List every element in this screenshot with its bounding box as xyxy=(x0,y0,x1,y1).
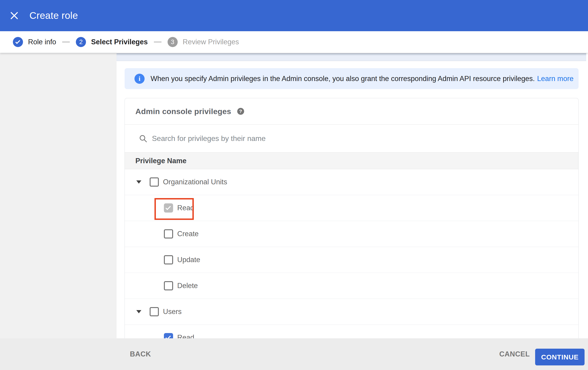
create-role-dialog: Create role Role info 2 Select Privilege… xyxy=(0,0,588,370)
privilege-label: Users xyxy=(163,308,182,316)
checkbox-read-checked[interactable] xyxy=(164,203,173,212)
step-role-info[interactable]: Role info xyxy=(13,37,56,47)
back-button[interactable]: BACK xyxy=(130,338,151,370)
table-row: Update xyxy=(125,247,578,273)
table-row: Read xyxy=(125,325,578,338)
checkbox-create[interactable] xyxy=(164,229,173,239)
privilege-label: Read xyxy=(177,204,194,212)
checkbox-update[interactable] xyxy=(164,255,173,264)
search-input[interactable] xyxy=(152,134,497,143)
privilege-label: Read xyxy=(177,333,194,338)
dialog-title: Create role xyxy=(29,10,78,21)
privilege-label: Update xyxy=(177,256,200,264)
card-title: Admin console privileges xyxy=(135,107,231,116)
close-icon xyxy=(10,11,19,20)
cancel-button[interactable]: CANCEL xyxy=(499,338,530,370)
scrolled-content-strip xyxy=(116,53,586,61)
checkbox-users[interactable] xyxy=(150,307,159,316)
admin-console-privileges-card: Admin console privileges ? Privilege Nam… xyxy=(125,98,578,338)
left-panel xyxy=(0,53,116,338)
help-icon[interactable]: ? xyxy=(237,108,244,115)
step-number-circle: 2 xyxy=(76,37,86,47)
step-label: Role info xyxy=(28,38,56,46)
info-icon: i xyxy=(135,74,145,84)
collapse-arrow-icon[interactable] xyxy=(136,310,141,313)
step-complete-circle xyxy=(13,37,23,47)
step-divider xyxy=(62,41,70,42)
step-divider xyxy=(154,41,162,42)
collapse-arrow-icon[interactable] xyxy=(136,180,141,184)
checkbox-delete[interactable] xyxy=(164,281,173,290)
search-icon xyxy=(139,134,148,143)
table-row: Read xyxy=(125,195,578,221)
step-review-privileges[interactable]: 3 Review Privileges xyxy=(168,37,239,47)
info-banner: i When you specify Admin privileges in t… xyxy=(125,68,578,89)
check-icon xyxy=(15,39,20,44)
checkbox-users-read-checked[interactable] xyxy=(164,333,173,338)
info-banner-text: When you specify Admin privileges in the… xyxy=(151,75,535,83)
step-label: Select Privileges xyxy=(91,38,147,46)
privilege-search-row xyxy=(125,125,578,153)
checkbox-organizational-units[interactable] xyxy=(150,177,159,187)
table-row: Organizational Units xyxy=(125,169,578,195)
check-icon xyxy=(166,205,171,210)
privilege-label: Create xyxy=(177,230,199,238)
column-header-label: Privilege Name xyxy=(135,157,186,165)
step-number-circle: 3 xyxy=(168,37,178,47)
table-row: Create xyxy=(125,221,578,247)
step-label: Review Privileges xyxy=(183,38,239,46)
card-header: Admin console privileges ? xyxy=(125,98,578,125)
privilege-label: Delete xyxy=(177,282,198,290)
table-column-header: Privilege Name xyxy=(125,153,578,169)
app-bar: Create role xyxy=(0,0,588,31)
close-button[interactable] xyxy=(6,7,22,24)
table-row: Users xyxy=(125,299,578,325)
learn-more-link[interactable]: Learn more xyxy=(537,75,574,83)
check-icon xyxy=(166,334,171,338)
continue-button[interactable]: CONTINUE xyxy=(535,349,585,365)
footer-action-bar: BACK CANCEL CONTINUE xyxy=(0,338,588,370)
privilege-label: Organizational Units xyxy=(163,178,227,186)
step-select-privileges[interactable]: 2 Select Privileges xyxy=(76,37,147,47)
stepper: Role info 2 Select Privileges 3 Review P… xyxy=(0,31,588,53)
table-row: Delete xyxy=(125,273,578,299)
